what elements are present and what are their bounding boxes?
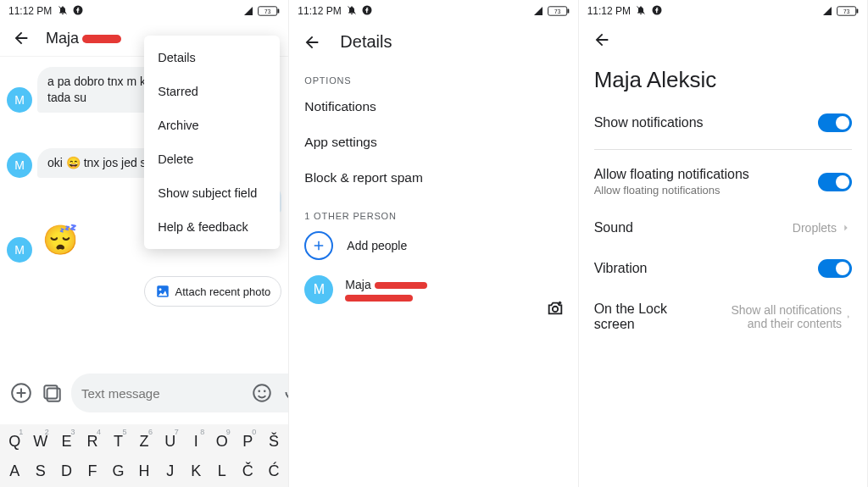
option-block-report[interactable]: Block & report spam xyxy=(289,160,577,196)
signal-icon xyxy=(821,6,833,16)
gallery-icon[interactable] xyxy=(41,382,63,404)
attach-recent-photo-chip[interactable]: Attach recent photo xyxy=(144,276,282,307)
plus-icon[interactable] xyxy=(10,382,32,404)
key[interactable]: H xyxy=(133,457,155,484)
key[interactable]: 4R xyxy=(81,428,103,454)
facebook-icon xyxy=(362,5,372,15)
setting-show-notifications[interactable]: Show notifications xyxy=(579,102,867,144)
svg-rect-3 xyxy=(278,8,280,13)
battery-icon: 73 xyxy=(548,6,570,16)
compose-input[interactable] xyxy=(81,386,242,401)
chevron-right-icon xyxy=(845,311,852,323)
option-app-settings[interactable]: App settings xyxy=(289,125,577,160)
setting-lockscreen-value: Show all notifications and their content… xyxy=(725,303,842,330)
svg-point-19 xyxy=(552,307,557,312)
menu-delete[interactable]: Delete xyxy=(144,142,280,176)
person-row[interactable]: M Maja xyxy=(289,267,577,313)
setting-sound[interactable]: Sound Droplets xyxy=(579,208,867,247)
toggle-vibration[interactable] xyxy=(818,259,852,278)
key[interactable]: G xyxy=(108,457,130,484)
details-title: Details xyxy=(340,32,392,52)
setting-lock-screen[interactable]: On the Lock screen Show all notification… xyxy=(579,290,867,344)
menu-details[interactable]: Details xyxy=(144,41,280,75)
facebook-icon xyxy=(652,5,662,15)
add-icon xyxy=(304,231,333,260)
svg-point-12 xyxy=(264,390,266,393)
mute-icon xyxy=(58,5,68,15)
status-bar: 11:12 PM 73 xyxy=(0,0,288,20)
menu-help[interactable]: Help & feedback xyxy=(144,210,280,244)
section-label-people: 1 OTHER PERSON xyxy=(289,196,577,224)
panel-notification-settings: 11:12 PM 73 Maja Aleksic Show notificati… xyxy=(579,0,868,487)
message-bubble[interactable]: 😴 xyxy=(37,218,83,263)
key[interactable]: 7U xyxy=(159,428,181,454)
status-time: 11:12 PM xyxy=(298,5,372,17)
battery-icon: 73 xyxy=(837,6,859,16)
setting-floating-notifications[interactable]: Allow floating notifications Allow float… xyxy=(579,155,867,208)
key[interactable]: K xyxy=(185,457,207,484)
svg-point-11 xyxy=(258,390,260,393)
back-arrow-icon[interactable] xyxy=(12,29,31,47)
key[interactable]: 1Q xyxy=(3,428,25,454)
chevron-right-icon xyxy=(840,222,852,234)
compose-bar xyxy=(0,367,288,419)
settings-header xyxy=(579,20,867,55)
menu-starred[interactable]: Starred xyxy=(144,75,280,108)
add-people-row[interactable]: Add people xyxy=(289,224,577,267)
emoji-icon[interactable] xyxy=(251,382,273,404)
section-label-options: OPTIONS xyxy=(289,60,577,89)
image-icon xyxy=(155,284,170,299)
key[interactable]: F xyxy=(81,457,103,484)
keyboard[interactable]: 1Q2W3E4R5T6Z7U8I9O0PŠ ASDFGHJKLČĆ xyxy=(0,424,288,487)
setting-sound-value: Droplets xyxy=(793,221,837,235)
key[interactable]: 3E xyxy=(55,428,77,454)
signal-icon xyxy=(242,6,254,16)
redaction-mark xyxy=(82,35,121,43)
key[interactable]: J xyxy=(159,457,181,484)
mic-icon[interactable] xyxy=(281,382,289,404)
redaction-mark xyxy=(345,295,413,302)
key[interactable]: 2W xyxy=(30,428,52,454)
svg-point-10 xyxy=(253,385,270,401)
mute-icon xyxy=(347,5,357,15)
svg-rect-23 xyxy=(856,8,858,13)
key[interactable]: L xyxy=(211,457,233,484)
conversation-contact-name: Maja xyxy=(46,30,121,47)
divider xyxy=(594,149,852,150)
settings-title: Maja Aleksic xyxy=(579,55,867,102)
compose-input-wrap xyxy=(71,374,289,412)
key[interactable]: 5T xyxy=(108,428,130,454)
back-arrow-icon[interactable] xyxy=(593,30,611,49)
avatar: M xyxy=(7,87,32,113)
toggle-floating[interactable] xyxy=(818,173,852,191)
key[interactable]: S xyxy=(30,457,52,484)
key[interactable]: D xyxy=(55,457,77,484)
setting-vibration[interactable]: Vibration xyxy=(579,247,867,290)
key[interactable]: 6Z xyxy=(133,428,155,454)
person-name: Maja xyxy=(345,278,426,291)
camera-plus-icon[interactable] xyxy=(544,299,566,318)
menu-archive[interactable]: Archive xyxy=(144,108,280,142)
facebook-icon xyxy=(73,5,83,15)
toggle-show-notifications[interactable] xyxy=(818,113,852,132)
panel-conversation: 11:12 PM 73 Maja M a pa dobro tnx m kupi… xyxy=(0,0,289,487)
svg-text:73: 73 xyxy=(264,8,271,14)
key[interactable]: Š xyxy=(263,428,285,454)
svg-text:73: 73 xyxy=(554,8,561,14)
svg-rect-17 xyxy=(567,8,569,13)
battery-icon: 73 xyxy=(258,6,280,16)
key[interactable]: 8I xyxy=(185,428,207,454)
key[interactable]: Č xyxy=(236,457,259,484)
key[interactable]: 9O xyxy=(211,428,233,454)
avatar: M xyxy=(304,275,333,304)
status-time: 11:12 PM xyxy=(587,5,662,17)
overflow-menu: Details Starred Archive Delete Show subj… xyxy=(144,36,280,249)
menu-show-subject[interactable]: Show subject field xyxy=(144,176,280,210)
svg-point-6 xyxy=(159,289,161,291)
redaction-mark xyxy=(375,282,427,289)
option-notifications[interactable]: Notifications xyxy=(289,89,577,125)
back-arrow-icon[interactable] xyxy=(303,33,321,52)
key[interactable]: 0P xyxy=(236,428,259,454)
key[interactable]: Ć xyxy=(263,457,285,484)
key[interactable]: A xyxy=(3,457,25,484)
